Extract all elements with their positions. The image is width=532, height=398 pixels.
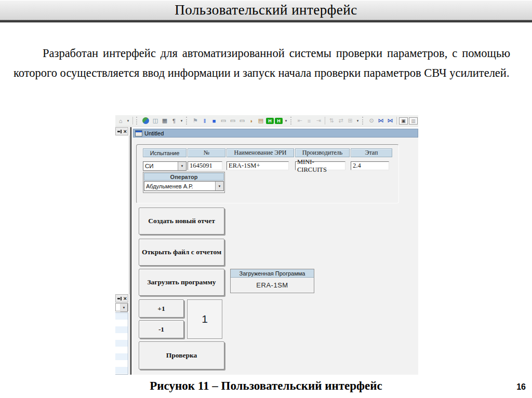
workspace-icon[interactable]: ◫ xyxy=(151,117,159,125)
probe-end-icon[interactable]: H xyxy=(275,118,283,124)
field-header-manufacturer: Производитель xyxy=(295,148,350,157)
list-row xyxy=(115,347,128,353)
chevron-down-icon: ▼ xyxy=(123,306,126,309)
document-title-bar: Untitled xyxy=(133,129,418,138)
zoom-tool-icon[interactable]: ⊙ xyxy=(367,117,376,125)
home-icon[interactable]: ⌂ xyxy=(116,117,125,125)
stage-field[interactable]: 2.4 xyxy=(351,161,389,170)
list-row xyxy=(115,326,128,333)
memory-window-icon[interactable]: ▥ xyxy=(409,117,418,125)
decrement-button[interactable]: -1 xyxy=(139,320,184,338)
create-report-button[interactable]: Создать новый отчет xyxy=(139,208,224,235)
distribute-horizontal-icon[interactable]: ⇄ xyxy=(337,117,345,125)
stop-icon[interactable]: ■ xyxy=(210,117,218,125)
list-row xyxy=(115,333,128,340)
toolbar-grip[interactable] xyxy=(362,117,365,125)
body-paragraph: Разработан интерфейс для автоматизирован… xyxy=(14,44,510,83)
globe-icon[interactable] xyxy=(142,117,149,124)
serial-number-field[interactable]: 1645091 xyxy=(188,161,222,170)
slide: Пользовательский интерфейс Разработан ин… xyxy=(0,0,532,398)
dock-panel-body xyxy=(115,135,129,294)
toolbar-separator xyxy=(396,117,397,125)
hand-icon[interactable]: ◗ xyxy=(247,117,256,125)
toolbar: ⌂▾◫▦¶▾⚑‖■▭▭▭◗▤HH▾⇤≡⇥⇅⇄⊞▾⊙⋈⋈▣▥ xyxy=(115,115,418,127)
resize-icon[interactable]: ⊞ xyxy=(346,117,354,125)
toolbar-overflow-arrow[interactable]: ▾ xyxy=(126,119,130,123)
figure-caption: Рисунок 11 – Пользовательский интерфейс xyxy=(0,379,532,393)
notes-icon[interactable]: ▤ xyxy=(257,117,265,125)
operator-panel: Оператор Абдульменев А.Р. ▼ xyxy=(143,172,225,193)
window-splitter[interactable] xyxy=(130,127,131,375)
operator-header: Оператор xyxy=(144,173,224,181)
paste-step-icon[interactable]: ▭ xyxy=(238,117,246,125)
page-number: 16 xyxy=(516,382,526,392)
check-button[interactable]: Проверка xyxy=(139,341,224,369)
list-row xyxy=(115,367,128,374)
document-title: Untitled xyxy=(144,130,164,136)
field-header-part-name: Наименование ЭРИ xyxy=(227,148,294,157)
manufacturer-field[interactable]: MINI-CIRCUITS xyxy=(295,161,345,170)
load-program-button[interactable]: Загрузить программу xyxy=(139,269,224,296)
toolbar-overflow-arrow[interactable]: ▾ xyxy=(284,119,288,123)
field-column-manufacturer: Производитель MINI-CIRCUITS xyxy=(295,148,350,175)
dropdown-button[interactable]: ▼ xyxy=(215,182,223,190)
distribute-vertical-icon[interactable]: ⇅ xyxy=(327,117,336,125)
counter-display: 1 xyxy=(187,299,222,339)
slide-title-bar: Пользовательский интерфейс xyxy=(0,0,532,20)
operator-value: Абдульменев А.Р. xyxy=(146,183,193,189)
test-type-combo[interactable]: СИ ▼ xyxy=(143,161,187,171)
pin-icon[interactable] xyxy=(117,296,122,301)
field-header-stage: Этап xyxy=(351,148,392,157)
close-icon[interactable]: × xyxy=(124,129,127,134)
chevron-down-icon: ▼ xyxy=(181,164,184,168)
panel-icon[interactable]: ▦ xyxy=(161,117,169,125)
list-row xyxy=(115,360,128,367)
toolbar-separator xyxy=(325,117,325,125)
chevron-down-icon: ▼ xyxy=(218,185,221,188)
page-title: Пользовательский интерфейс xyxy=(0,0,532,20)
toolbar-grip[interactable] xyxy=(290,117,294,125)
probe-start-icon[interactable]: H xyxy=(266,118,274,124)
close-icon[interactable]: × xyxy=(124,296,127,301)
loaded-program-value: ERA-1SM xyxy=(231,278,314,293)
loaded-program-header: Загруженная Программа xyxy=(231,269,314,278)
new-step-icon[interactable]: ▭ xyxy=(219,117,228,125)
field-column-stage: Этап 2.4 xyxy=(351,148,392,175)
increment-button[interactable]: +1 xyxy=(139,299,184,318)
field-header-test-type: Испытание xyxy=(143,148,187,157)
toolbar-separator xyxy=(132,117,133,125)
field-column-part-name: Наименование ЭРИ ERA-1SM+ xyxy=(227,148,294,175)
pin-icon[interactable] xyxy=(117,129,122,134)
toolbar-overflow-arrow[interactable]: ▾ xyxy=(355,119,360,123)
open-report-button[interactable]: Открыть файл с отчетом xyxy=(139,239,224,266)
dock-list xyxy=(115,312,128,375)
app-window: ⌂▾◫▦¶▾⚑‖■▭▭▭◗▤HH▾⇤≡⇥⇅⇄⊞▾⊙⋈⋈▣▥ × × ▼ Unti… xyxy=(115,114,418,375)
toolbar-grip[interactable] xyxy=(136,117,139,125)
copy-step-icon[interactable]: ▭ xyxy=(229,117,237,125)
part-name-field[interactable]: ERA-1SM+ xyxy=(227,161,289,170)
list-row xyxy=(115,340,128,347)
align-right-icon[interactable]: ⇥ xyxy=(314,117,323,125)
toolbar-overflow-arrow[interactable]: ▾ xyxy=(179,119,184,123)
loaded-program-panel: Загруженная Программа ERA-1SM xyxy=(230,269,314,293)
find-replace-icon[interactable]: ⋈ xyxy=(386,117,394,125)
list-row xyxy=(115,320,128,326)
field-header-number: № xyxy=(188,148,225,157)
document-icon xyxy=(135,130,142,136)
dock-combo-fragment[interactable]: ▼ xyxy=(115,303,128,311)
align-center-icon[interactable]: ≡ xyxy=(305,117,313,125)
operator-combo[interactable]: Абдульменев А.Р. ▼ xyxy=(144,181,224,191)
watch-window-icon[interactable]: ▣ xyxy=(399,117,408,125)
test-type-value: СИ xyxy=(145,163,154,169)
dropdown-button[interactable]: ▼ xyxy=(178,162,186,170)
run-icon[interactable]: ⚑ xyxy=(191,117,200,125)
find-icon[interactable]: ⋈ xyxy=(377,117,385,125)
pause-icon[interactable]: ‖ xyxy=(201,117,209,125)
align-left-icon[interactable]: ⇤ xyxy=(296,117,304,125)
script-icon[interactable]: ¶ xyxy=(170,117,178,125)
list-row xyxy=(115,353,128,360)
toolbar-grip[interactable] xyxy=(186,117,189,125)
dock-panel-header-top: × xyxy=(115,127,128,135)
dropdown-button[interactable]: ▼ xyxy=(120,304,128,312)
title-divider xyxy=(0,20,532,22)
